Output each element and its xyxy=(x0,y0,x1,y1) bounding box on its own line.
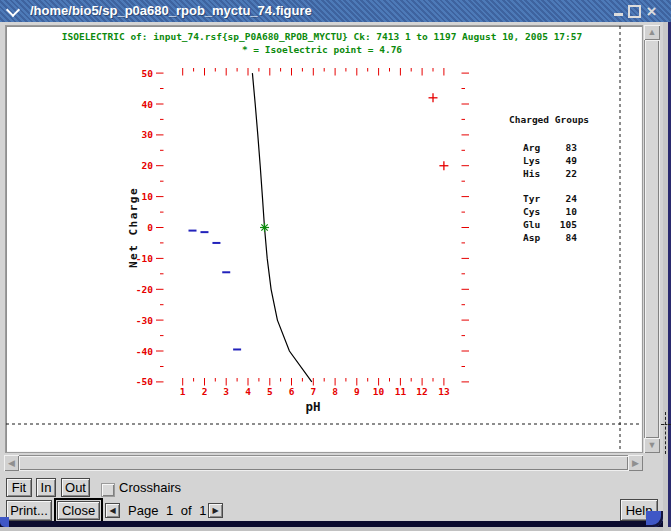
svg-text:13: 13 xyxy=(438,386,450,397)
svg-text:8: 8 xyxy=(332,386,338,397)
scroll-down-button[interactable]: ▼ xyxy=(644,438,660,453)
plot-header-line2: * = Isoelectric point = 4.76 xyxy=(242,44,402,55)
close-figure-button[interactable]: Close xyxy=(57,501,100,520)
positive-group-markers xyxy=(429,93,449,170)
minimize-icon xyxy=(614,13,623,16)
chevron-down-icon xyxy=(6,2,20,16)
svg-text:40: 40 xyxy=(142,99,154,110)
x-axis-labels: 12345678910111213 xyxy=(180,386,450,397)
minimize-button[interactable] xyxy=(612,4,625,18)
zoom-in-button[interactable]: In xyxy=(36,478,56,497)
close-figure-default-ring: Close xyxy=(54,498,103,523)
window-menu-button[interactable] xyxy=(4,3,22,19)
fit-button[interactable]: Fit xyxy=(6,478,32,497)
svg-text:4: 4 xyxy=(245,386,251,397)
page-next-button[interactable]: ▶ xyxy=(208,503,223,518)
svg-text:10: 10 xyxy=(373,386,385,397)
legend-row: Glu105 xyxy=(509,218,589,231)
svg-text:10: 10 xyxy=(142,191,154,202)
plot-header-line1: ISOELECTRIC of: input_74.rsf{sp_P0A680_R… xyxy=(62,31,582,42)
horizontal-scrollbar[interactable]: ◀ ▶ xyxy=(4,455,643,471)
svg-text:20: 20 xyxy=(142,160,154,171)
x-axis-bottom-ticks xyxy=(183,378,444,386)
svg-text:12: 12 xyxy=(416,386,427,397)
scroll-right-button[interactable]: ▶ xyxy=(628,455,643,471)
maximize-button[interactable] xyxy=(628,4,641,18)
print-button[interactable]: Print... xyxy=(6,500,52,521)
window-title: /home/bio5/sp_p0a680_rpob_myctu_74.figur… xyxy=(30,0,312,22)
horizontal-scrollbar-thumb[interactable] xyxy=(19,456,628,470)
legend-row: Tyr24 xyxy=(509,192,589,205)
svg-text:0: 0 xyxy=(147,222,153,233)
figure-canvas[interactable]: ISOELECTRIC of: input_74.rsf{sp_P0A680_R… xyxy=(5,25,643,453)
vertical-scrollbar-thumb[interactable] xyxy=(645,40,659,438)
svg-text:1: 1 xyxy=(180,386,186,397)
svg-text:7: 7 xyxy=(310,386,316,397)
negative-group-markers xyxy=(188,231,241,350)
svg-text:5: 5 xyxy=(267,386,273,397)
charged-groups-legend: Charged Groups Arg83Lys49His22 Tyr24Cys1… xyxy=(509,114,589,244)
scroll-left-button[interactable]: ◀ xyxy=(4,455,19,471)
svg-text:30: 30 xyxy=(142,129,154,140)
legend-row: Asp84 xyxy=(509,231,589,244)
crosshairs-label: Crosshairs xyxy=(119,480,181,495)
page-prev-icon: ◀ xyxy=(109,506,115,515)
x-axis-top-ticks xyxy=(183,68,444,76)
window-body: ISOELECTRIC of: input_74.rsf{sp_P0A680_R… xyxy=(0,22,663,521)
svg-text:3: 3 xyxy=(223,386,229,397)
vertical-scrollbar[interactable]: ▲ ▼ xyxy=(644,25,660,453)
y-axis-title: Net Charge xyxy=(127,187,140,268)
scroll-up-button[interactable]: ▲ xyxy=(644,25,660,40)
down-arrow-icon: ▼ xyxy=(648,441,657,450)
left-arrow-icon: ◀ xyxy=(8,459,15,468)
svg-text:9: 9 xyxy=(354,386,360,397)
svg-text:11: 11 xyxy=(395,386,407,397)
svg-text:-40: -40 xyxy=(136,346,153,357)
close-button[interactable]: × xyxy=(645,4,658,18)
legend-basic-rows: Arg83Lys49His22 xyxy=(509,141,589,180)
page-indicator: Page 1 of 1 xyxy=(128,503,207,518)
figure-window: /home/bio5/sp_p0a680_rpob_myctu_74.figur… xyxy=(0,0,671,531)
svg-text:-20: -20 xyxy=(136,284,153,295)
svg-text:-50: -50 xyxy=(136,376,153,387)
up-arrow-icon: ▲ xyxy=(648,28,657,37)
maximize-icon xyxy=(628,5,641,18)
page-prev-button[interactable]: ◀ xyxy=(105,503,120,518)
legend-row: Lys49 xyxy=(509,154,589,167)
svg-text:50: 50 xyxy=(142,68,154,79)
legend-row: Cys10 xyxy=(509,205,589,218)
window-corner-left[interactable] xyxy=(0,517,9,527)
titlebar: /home/bio5/sp_p0a680_rpob_myctu_74.figur… xyxy=(0,0,671,23)
y-axis-left-ticks xyxy=(156,73,164,382)
legend-title: Charged Groups xyxy=(509,114,589,125)
zoom-out-button[interactable]: Out xyxy=(61,478,90,497)
legend-row: Arg83 xyxy=(509,141,589,154)
right-arrow-icon: ▶ xyxy=(632,459,639,468)
backdrop-dashed-h xyxy=(661,424,671,425)
isoelectric-point-marker xyxy=(260,223,269,232)
crosshairs-checkbox[interactable] xyxy=(101,483,115,497)
svg-text:6: 6 xyxy=(289,386,295,397)
legend-acidic-rows: Tyr24Cys10Glu105Asp84 xyxy=(509,192,589,244)
close-icon: × xyxy=(647,5,657,18)
backdrop-dashed-v xyxy=(665,412,666,454)
legend-row: His22 xyxy=(509,167,589,180)
window-bottom-border xyxy=(0,521,663,527)
svg-text:-30: -30 xyxy=(136,315,153,326)
x-axis-title: pH xyxy=(305,399,320,414)
svg-text:2: 2 xyxy=(202,386,208,397)
y-axis-right-ticks xyxy=(462,73,470,382)
legend-gap xyxy=(509,180,589,192)
page-next-icon: ▶ xyxy=(212,506,218,515)
